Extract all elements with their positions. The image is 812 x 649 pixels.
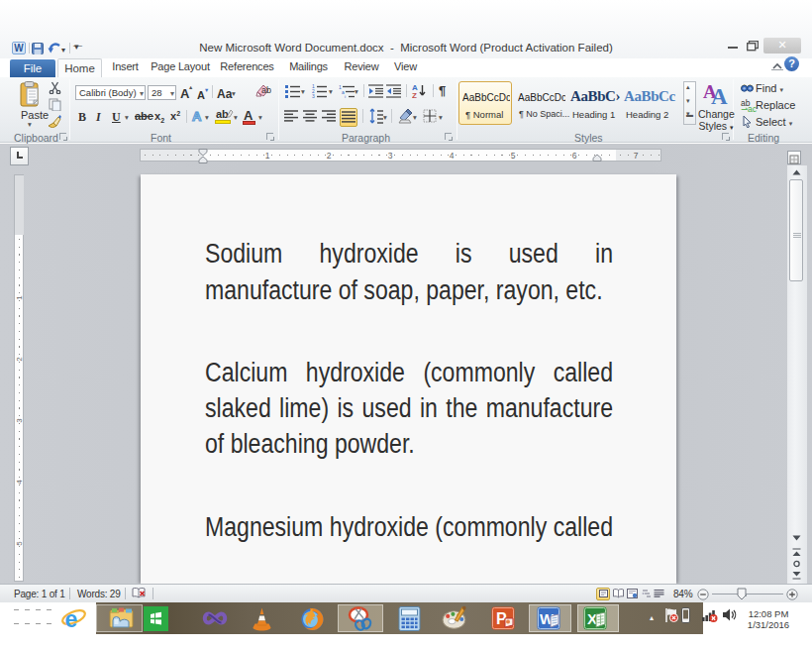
svg-text:e: e <box>65 606 78 630</box>
